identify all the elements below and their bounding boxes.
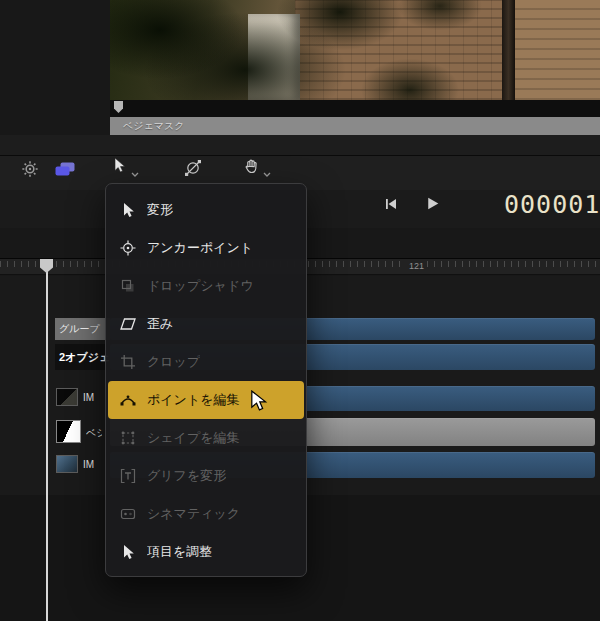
pan-tool-button[interactable] xyxy=(243,159,260,177)
canvas-timebar[interactable] xyxy=(110,100,600,117)
canvas-footer-strip xyxy=(0,135,600,155)
motion-app-window: ベジェマスク xyxy=(0,0,600,621)
menu-item-label: ドロップシャドウ xyxy=(147,277,253,295)
group-header-label[interactable]: グループ xyxy=(55,318,110,340)
chevron-down-icon xyxy=(263,163,271,181)
bezier-mask-label[interactable]: ベジェマスク xyxy=(86,426,102,440)
gear-icon xyxy=(21,160,39,182)
playhead-line[interactable] xyxy=(46,271,48,621)
play-icon xyxy=(424,195,441,216)
menu-item-edit-shape: シェイプを編集 xyxy=(106,419,306,457)
edit-points-icon xyxy=(119,392,136,409)
menu-item-label: シネマティック xyxy=(147,505,240,523)
bezier-mask-thumbnail[interactable] xyxy=(56,420,81,443)
layer-label-1[interactable]: IM xyxy=(83,392,103,403)
pan-tool-chevron[interactable] xyxy=(263,169,271,174)
menu-item-label: クロップ xyxy=(147,353,200,371)
layer-label-2[interactable]: IM xyxy=(83,459,103,470)
hand-icon xyxy=(243,157,260,179)
bezier-tool-icon xyxy=(184,159,202,181)
cinematic-icon xyxy=(119,506,136,523)
menu-item-crop: クロップ xyxy=(106,343,306,381)
drop-shadow-icon xyxy=(119,278,136,295)
ruler-frame-label: 121 xyxy=(406,261,427,271)
transform-tool-chevron[interactable] xyxy=(131,169,139,174)
menu-item-adjust-item[interactable]: 項目を調整 xyxy=(106,533,306,571)
crop-icon xyxy=(119,354,136,371)
tool-context-menu: 変形 アンカーポイント ドロップシャドウ xyxy=(105,183,307,577)
menu-item-cinematic: シネマティック xyxy=(106,495,306,533)
anchor-point-icon xyxy=(119,240,136,257)
menu-item-label: ポイントを編集 xyxy=(147,391,240,409)
menu-item-edit-points[interactable]: ポイントを編集 xyxy=(108,381,304,419)
menu-item-label: アンカーポイント xyxy=(147,239,253,257)
menu-item-label: シェイプを編集 xyxy=(147,429,240,447)
mouse-cursor xyxy=(250,390,268,415)
go-to-start-button[interactable] xyxy=(383,198,399,214)
menu-item-transform-glyph: グリフを変形 xyxy=(106,457,306,495)
group-object-count-label[interactable]: 2オブジェクト xyxy=(55,344,110,370)
transform-glyph-icon xyxy=(119,468,136,485)
layer-thumbnail-2[interactable] xyxy=(56,455,78,473)
menu-item-label: 項目を調整 xyxy=(147,543,212,561)
menu-item-anchor-point[interactable]: アンカーポイント xyxy=(106,229,306,267)
transform-tool-button[interactable] xyxy=(111,159,127,176)
menu-item-distort[interactable]: 歪み xyxy=(106,305,306,343)
menu-item-label: 歪み xyxy=(147,315,173,333)
timecode-display[interactable]: 000001 xyxy=(504,189,600,221)
arrow-tool-icon xyxy=(111,157,127,178)
chevron-down-icon xyxy=(131,163,139,181)
bezier-tool-button[interactable] xyxy=(184,161,202,179)
play-button[interactable] xyxy=(424,197,441,214)
bezier-mask-bar[interactable]: ベジェマスク xyxy=(110,117,600,135)
settings-button[interactable] xyxy=(21,162,39,180)
menu-item-drop-shadow: ドロップシャドウ xyxy=(106,267,306,305)
edit-shape-icon xyxy=(119,430,136,447)
layers-icon xyxy=(53,161,77,181)
menu-item-label: グリフを変形 xyxy=(147,467,226,485)
photo-foliage xyxy=(110,0,600,100)
layers-toggle-button[interactable] xyxy=(52,163,78,179)
arrow-icon xyxy=(119,202,136,219)
canvas-viewport[interactable] xyxy=(110,0,600,100)
distort-icon xyxy=(119,316,136,333)
adjust-item-arrow-icon xyxy=(119,544,136,561)
skip-to-start-icon xyxy=(383,196,399,216)
layer-thumbnail-1[interactable] xyxy=(56,388,78,406)
menu-item-label: 変形 xyxy=(147,201,173,219)
menu-item-transform[interactable]: 変形 xyxy=(106,191,306,229)
